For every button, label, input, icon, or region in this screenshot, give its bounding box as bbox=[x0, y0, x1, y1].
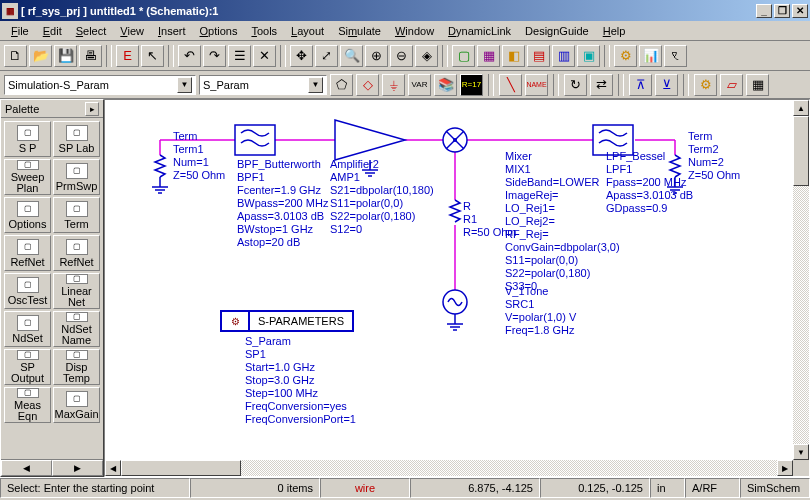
menu-help[interactable]: Help bbox=[596, 23, 633, 39]
palette-item-13[interactable]: ▢Disp Temp bbox=[53, 349, 100, 385]
palette-label: Options bbox=[9, 219, 47, 230]
palette-item-5[interactable]: ▢Term bbox=[53, 197, 100, 233]
simulate-button[interactable]: ⚙ bbox=[694, 74, 717, 96]
close-button[interactable]: ✕ bbox=[792, 4, 808, 18]
status-wire: wire bbox=[320, 478, 410, 498]
component-combo[interactable]: S_Param ▼ bbox=[199, 75, 327, 95]
palette-item-15[interactable]: ▢MaxGain bbox=[53, 387, 100, 423]
menu-dynamiclink[interactable]: DynamicLink bbox=[441, 23, 518, 39]
menu-edit[interactable]: Edit bbox=[36, 23, 69, 39]
scroll-down-button[interactable]: ▼ bbox=[793, 444, 809, 460]
menu-designguide[interactable]: DesignGuide bbox=[518, 23, 596, 39]
menu-tools[interactable]: Tools bbox=[244, 23, 284, 39]
chevron-down-icon[interactable]: ▼ bbox=[308, 77, 323, 93]
source-text: V_1Tone SRC1 V=polar(1,0) V Freq=1.8 GHz bbox=[505, 285, 576, 337]
push-button[interactable]: ⊼ bbox=[629, 74, 652, 96]
tool-g-button[interactable]: ⚙ bbox=[614, 45, 637, 67]
menu-view[interactable]: View bbox=[113, 23, 151, 39]
palette-icon: ▢ bbox=[66, 163, 88, 179]
rotate-button[interactable]: ↻ bbox=[564, 74, 587, 96]
palette-icon: ▢ bbox=[66, 274, 88, 284]
palette-item-2[interactable]: ▢Sweep Plan bbox=[4, 159, 51, 195]
menu-simulate[interactable]: Simulate bbox=[331, 23, 388, 39]
palette-item-14[interactable]: ▢Meas Eqn bbox=[4, 387, 51, 423]
schematic-canvas[interactable]: Term Term1 Num=1 Z=50 Ohm BPF_Butterwort… bbox=[104, 99, 810, 477]
scroll-up-button[interactable]: ▲ bbox=[793, 100, 809, 116]
tool-b-button[interactable]: ▦ bbox=[477, 45, 500, 67]
pop-button[interactable]: ⊻ bbox=[655, 74, 678, 96]
palette-item-6[interactable]: ▢RefNet bbox=[4, 235, 51, 271]
histogram-button[interactable]: R=17 bbox=[460, 74, 483, 96]
menu-insert[interactable]: Insert bbox=[151, 23, 193, 39]
menu-options[interactable]: Options bbox=[193, 23, 245, 39]
zoom-in-button[interactable]: ⊕ bbox=[365, 45, 388, 67]
tool-i-button[interactable]: 🝥 bbox=[664, 45, 687, 67]
minimize-button[interactable]: _ bbox=[756, 4, 772, 18]
var-button[interactable]: VAR bbox=[408, 74, 431, 96]
palette-item-1[interactable]: ▢SP Lab bbox=[53, 121, 100, 157]
mirror-button[interactable]: ⇄ bbox=[590, 74, 613, 96]
palette-item-0[interactable]: ▢S P bbox=[4, 121, 51, 157]
tool-e-button[interactable]: ▥ bbox=[552, 45, 575, 67]
menu-file[interactable]: File bbox=[4, 23, 36, 39]
bpf-text: BPF_Butterworth BPF1 Fcenter=1.9 GHz BWp… bbox=[237, 158, 328, 249]
canvas-area: Term Term1 Num=1 Z=50 Ohm BPF_Butterwort… bbox=[104, 99, 810, 477]
palette-icon: ▢ bbox=[17, 277, 39, 293]
vertical-scrollbar[interactable]: ▲ ▼ bbox=[793, 100, 809, 460]
open-button[interactable]: 📂 bbox=[29, 45, 52, 67]
tool-a-button[interactable]: ▢ bbox=[452, 45, 475, 67]
palette-item-7[interactable]: ▢RefNet bbox=[53, 235, 100, 271]
delete-button[interactable]: ✕ bbox=[253, 45, 276, 67]
maximize-button[interactable]: ❐ bbox=[774, 4, 790, 18]
palette-item-9[interactable]: ▢Linear Net bbox=[53, 273, 100, 309]
scroll-left-button[interactable]: ◀ bbox=[105, 460, 121, 476]
menu-window[interactable]: Window bbox=[388, 23, 441, 39]
pan-button[interactable]: ⤢ bbox=[315, 45, 338, 67]
results-button[interactable]: ▱ bbox=[720, 74, 743, 96]
move-button[interactable]: ✥ bbox=[290, 45, 313, 67]
tool-c-button[interactable]: ◧ bbox=[502, 45, 525, 67]
palette-icon: ▢ bbox=[66, 239, 88, 255]
wire-button[interactable]: ╲ bbox=[499, 74, 522, 96]
redo-button[interactable]: ↷ bbox=[203, 45, 226, 67]
horizontal-scrollbar[interactable]: ◀ ▶ bbox=[105, 460, 793, 476]
end-button[interactable]: E bbox=[116, 45, 139, 67]
cursor-button[interactable]: ↖ bbox=[141, 45, 164, 67]
palette-item-10[interactable]: ▢NdSet bbox=[4, 311, 51, 347]
palette-item-11[interactable]: ▢NdSet Name bbox=[53, 311, 100, 347]
palette-next-button[interactable]: ▶ bbox=[52, 460, 103, 476]
category-combo[interactable]: Simulation-S_Param ▼ bbox=[4, 75, 196, 95]
pin-icon[interactable]: ▸ bbox=[85, 102, 99, 116]
sparam-block[interactable]: ⚙ S-PARAMETERS bbox=[220, 310, 354, 332]
zoom-out-button[interactable]: ⊖ bbox=[390, 45, 413, 67]
palette-item-8[interactable]: ▢OscTest bbox=[4, 273, 51, 309]
palette-prev-button[interactable]: ◀ bbox=[1, 460, 52, 476]
new-button[interactable]: 🗋 bbox=[4, 45, 27, 67]
scroll-right-button[interactable]: ▶ bbox=[777, 460, 793, 476]
print-button[interactable]: 🖶 bbox=[79, 45, 102, 67]
sparam-box-label: S-PARAMETERS bbox=[250, 315, 352, 327]
palette-item-3[interactable]: ▢PrmSwp bbox=[53, 159, 100, 195]
ground-button[interactable]: ⏚ bbox=[382, 74, 405, 96]
shape-pentagon-button[interactable]: ⬠ bbox=[330, 74, 353, 96]
chevron-down-icon[interactable]: ▼ bbox=[177, 77, 192, 93]
tool-h-button[interactable]: 📊 bbox=[639, 45, 662, 67]
name-button[interactable]: NAME bbox=[525, 74, 548, 96]
library-button[interactable]: 📚 bbox=[434, 74, 457, 96]
zoom-fit-button[interactable]: ◈ bbox=[415, 45, 438, 67]
tool-d-button[interactable]: ▤ bbox=[527, 45, 550, 67]
tool-f-button[interactable]: ▣ bbox=[577, 45, 600, 67]
palette-item-4[interactable]: ▢Options bbox=[4, 197, 51, 233]
save-button[interactable]: 💾 bbox=[54, 45, 77, 67]
palette-item-12[interactable]: ▢SP Output bbox=[4, 349, 51, 385]
zoom-rect-button[interactable]: 🔍 bbox=[340, 45, 363, 67]
list-button[interactable]: ☰ bbox=[228, 45, 251, 67]
menu-select[interactable]: Select bbox=[69, 23, 114, 39]
tune-button[interactable]: ▦ bbox=[746, 74, 769, 96]
undo-button[interactable]: ↶ bbox=[178, 45, 201, 67]
menu-layout[interactable]: Layout bbox=[284, 23, 331, 39]
sparam-text: S_Param SP1 Start=1.0 GHz Stop=3.0 GHz S… bbox=[245, 335, 356, 426]
palette-panel: Palette ▸ ▢S P▢SP Lab▢Sweep Plan▢PrmSwp▢… bbox=[0, 99, 104, 477]
shape-diamond-button[interactable]: ◇ bbox=[356, 74, 379, 96]
palette-label: RefNet bbox=[10, 257, 44, 268]
